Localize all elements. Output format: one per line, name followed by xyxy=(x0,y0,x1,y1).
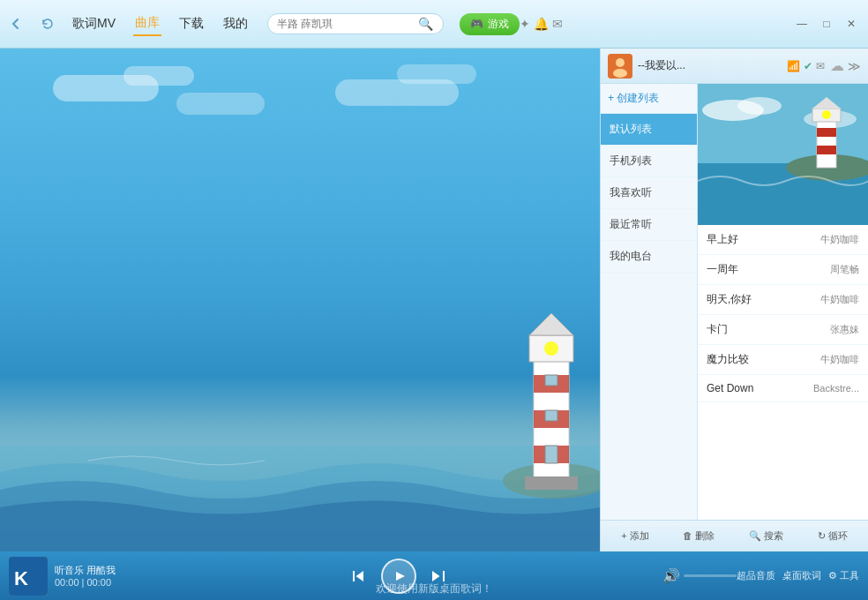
svg-rect-10 xyxy=(545,375,557,386)
check-icon: ✔ xyxy=(804,60,812,72)
extra-controls: ✦ 🔔 ✉ xyxy=(520,17,563,31)
game-label: 游戏 xyxy=(488,17,509,32)
back-button[interactable] xyxy=(4,11,28,36)
prev-button[interactable] xyxy=(344,562,372,590)
quality-button[interactable]: 超品音质 xyxy=(737,569,775,582)
svg-rect-21 xyxy=(817,119,836,168)
playlist-item-phone[interactable]: 手机列表 xyxy=(601,146,697,177)
playlist-item-favorites[interactable]: 我喜欢听 xyxy=(601,177,697,209)
search-bar[interactable]: 🔍 xyxy=(267,13,444,34)
add-song-button[interactable]: + 添加 xyxy=(616,528,654,544)
nav-lyrics-mv[interactable]: 歌词MV xyxy=(71,12,117,35)
svg-rect-9 xyxy=(545,446,557,463)
cloud-button[interactable]: ☁ xyxy=(830,57,844,74)
right-sidebar: --我爱以... 📶 ✔ ✉ ☁ ≫ + 创建列表 默认列表 手机列表 我喜欢听… xyxy=(600,49,868,551)
nav-download[interactable]: 下载 xyxy=(177,12,206,35)
song-item-3[interactable]: 明天,你好 牛奶咖啡 xyxy=(698,285,868,315)
song-artist-5: 牛奶咖啡 xyxy=(789,353,859,366)
song-item-2[interactable]: 一周年 周笔畅 xyxy=(698,255,868,285)
restore-button[interactable]: □ xyxy=(817,16,836,32)
user-icons: 📶 ✔ ✉ xyxy=(787,60,825,72)
cloud-3 xyxy=(176,93,265,115)
lighthouse xyxy=(441,287,600,499)
game-button[interactable]: 🎮 游戏 xyxy=(460,13,520,35)
mail-user-icon: ✉ xyxy=(816,60,825,72)
song-artist-4: 张惠妹 xyxy=(789,323,859,336)
horizon-details xyxy=(88,452,265,472)
sparkle-icon[interactable]: ✦ xyxy=(520,17,530,31)
song-name-3: 明天,你好 xyxy=(707,292,789,307)
player-time: 00:00 | 00:00 xyxy=(55,577,125,588)
song-item-4[interactable]: 卡门 张惠妹 xyxy=(698,315,868,345)
signal-icon: 📶 xyxy=(787,60,800,72)
refresh-button[interactable] xyxy=(35,11,60,36)
delete-song-button[interactable]: 🗑 删除 xyxy=(677,528,720,544)
loop-button[interactable]: ↻ 循环 xyxy=(812,528,853,544)
song-name-1: 早上好 xyxy=(707,232,789,247)
svg-point-14 xyxy=(613,69,627,78)
playlist-item-radio[interactable]: 我的电台 xyxy=(601,241,697,273)
username-label: --我爱以... xyxy=(638,58,787,73)
search-input[interactable] xyxy=(277,18,418,30)
song-artist-1: 牛奶咖啡 xyxy=(789,233,859,246)
song-name-5: 魔力比较 xyxy=(707,352,789,367)
svg-point-13 xyxy=(616,58,625,67)
background-scene xyxy=(0,49,600,551)
game-icon: 🎮 xyxy=(470,18,483,30)
svg-point-7 xyxy=(544,341,558,356)
sidebar-body: + 创建列表 默认列表 手机列表 我喜欢听 最近常听 我的电台 xyxy=(601,84,868,520)
left-panel xyxy=(0,49,600,551)
search-song-button[interactable]: 🔍 搜索 xyxy=(744,528,789,544)
minimize-button[interactable]: — xyxy=(792,16,812,32)
search-icon[interactable]: 🔍 xyxy=(418,17,433,31)
tools-button[interactable]: ⚙ 工具 xyxy=(828,569,859,582)
player-info: 听音乐 用酷我 00:00 | 00:00 xyxy=(55,564,125,588)
player-right-controls: 超品音质 桌面歌词 ⚙ 工具 xyxy=(737,569,859,582)
nav-mine[interactable]: 我的 xyxy=(221,12,250,35)
song-item-1[interactable]: 早上好 牛奶咖啡 xyxy=(698,225,868,255)
user-avatar xyxy=(608,54,632,79)
mail-icon[interactable]: ✉ xyxy=(552,17,563,31)
song-name-2: 一周年 xyxy=(707,262,789,277)
cloud-2 xyxy=(123,66,194,86)
playlist-nav: + 创建列表 默认列表 手机列表 我喜欢听 最近常听 我的电台 xyxy=(601,84,698,520)
player-thumbnail: K xyxy=(9,557,48,596)
volume-slider[interactable] xyxy=(684,574,737,577)
nav-library[interactable]: 曲库 xyxy=(133,11,161,36)
scroll-text: 欢迎使用新版桌面歌词！ xyxy=(376,581,492,596)
playlist-thumbnail xyxy=(698,84,868,225)
window-controls: — □ ✕ xyxy=(792,16,861,32)
svg-marker-6 xyxy=(529,313,573,335)
main-area: --我爱以... 📶 ✔ ✉ ☁ ≫ + 创建列表 默认列表 手机列表 我喜欢听… xyxy=(0,49,868,551)
player-title: 听音乐 用酷我 xyxy=(55,564,125,577)
song-name-6: Get Down xyxy=(707,382,789,394)
song-list: 早上好 牛奶咖啡 一周年 周笔畅 明天,你好 牛奶咖啡 卡门 张惠妹 魔力比较 xyxy=(698,84,868,520)
create-playlist-button[interactable]: + 创建列表 xyxy=(601,84,697,114)
sidebar-toolbar: + 添加 🗑 删除 🔍 搜索 ↻ 循环 xyxy=(601,520,868,551)
cloud-5 xyxy=(397,64,476,84)
svg-rect-8 xyxy=(525,476,578,490)
bell-icon[interactable]: 🔔 xyxy=(534,17,549,31)
playlist-item-recent[interactable]: 最近常听 xyxy=(601,209,697,241)
song-name-4: 卡门 xyxy=(707,322,789,337)
title-bar: 歌词MV 曲库 下载 我的 🔍 🎮 游戏 ✦ 🔔 ✉ — □ ✕ xyxy=(0,0,868,49)
close-button[interactable]: ✕ xyxy=(842,16,861,32)
player-bar: K 听音乐 用酷我 00:00 | 00:00 🔊 超品音质 桌面歌词 ⚙ 工具… xyxy=(0,551,868,600)
song-artist-6: Backstre... xyxy=(789,383,859,394)
svg-rect-22 xyxy=(817,128,836,137)
song-artist-2: 周笔畅 xyxy=(789,263,859,276)
expand-button[interactable]: ≫ xyxy=(848,59,861,73)
svg-point-17 xyxy=(737,97,782,115)
svg-point-26 xyxy=(822,110,831,119)
sidebar-header: --我爱以... 📶 ✔ ✉ ☁ ≫ xyxy=(601,49,868,84)
svg-text:K: K xyxy=(14,567,28,589)
svg-rect-11 xyxy=(545,410,557,421)
desktop-lyrics-button[interactable]: 桌面歌词 xyxy=(782,569,821,582)
song-item-6[interactable]: Get Down Backstre... xyxy=(698,375,868,402)
song-artist-3: 牛奶咖啡 xyxy=(789,293,859,306)
playlist-item-default[interactable]: 默认列表 xyxy=(601,114,697,146)
song-item-5[interactable]: 魔力比较 牛奶咖啡 xyxy=(698,345,868,375)
svg-rect-23 xyxy=(817,146,836,154)
volume-icon[interactable]: 🔊 xyxy=(662,567,680,584)
main-nav: 歌词MV 曲库 下载 我的 xyxy=(71,11,250,36)
